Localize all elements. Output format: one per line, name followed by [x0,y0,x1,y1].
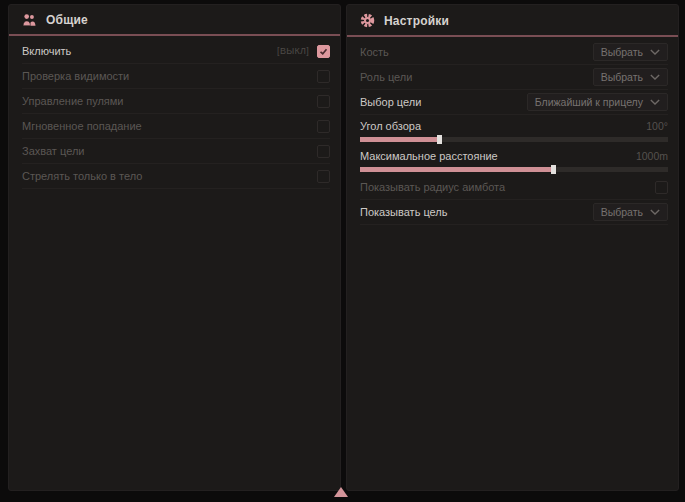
check-icon [319,47,328,56]
show-target-select-value: Выбрать [601,206,643,218]
target-role-label: Роль цели [360,71,412,83]
target-selection-label: Выбор цели [360,96,421,108]
target-lock-label: Захват цели [22,145,84,157]
max-distance-slider-head: Максимальное расстояние 1000m [360,150,668,162]
chevron-down-icon [650,49,660,55]
body-only-checkbox[interactable] [317,170,330,183]
target-role-select-value: Выбрать [601,71,643,83]
instant-hit-checkbox[interactable] [317,120,330,133]
fov-slider-fill [360,137,440,142]
row-enable: Включить [ВЫКЛ] [22,39,330,64]
show-target-select[interactable]: Выбрать [593,203,668,221]
target-selection-select[interactable]: Ближайший к прицелу [527,93,668,111]
enable-hotkey-badge: [ВЫКЛ] [277,46,309,56]
visibility-check-checkbox[interactable] [317,70,330,83]
target-role-select[interactable]: Выбрать [593,68,668,86]
row-body-only: Стрелять только в тело [22,164,330,189]
row-target-selection: Выбор цели Ближайший к прицелу [360,90,668,115]
panel-settings-title: Настройки [384,14,449,28]
bullet-control-checkbox[interactable] [317,95,330,108]
fov-slider[interactable] [360,137,668,142]
instant-hit-label: Мгновенное попадание [22,120,142,132]
max-distance-label: Максимальное расстояние [360,150,498,162]
show-target-label: Показывать цель [360,206,448,218]
row-show-aimbot-radius: Показывать радиус аимбота [360,175,668,200]
bone-label: Кость [360,46,389,58]
row-max-distance: Максимальное расстояние 1000m [360,145,668,172]
visibility-check-label: Проверка видимости [22,70,129,82]
show-aimbot-radius-label: Показывать радиус аимбота [360,181,505,193]
row-bullet-control: Управление пулями [22,89,330,114]
gear-icon [360,13,375,28]
bone-select[interactable]: Выбрать [593,43,668,61]
max-distance-slider[interactable] [360,167,668,172]
fov-label: Угол обзора [360,120,421,132]
target-selection-select-value: Ближайший к прицелу [535,96,643,108]
cursor-triangle [334,487,348,497]
max-distance-slider-fill [360,167,554,172]
row-instant-hit: Мгновенное попадание [22,114,330,139]
show-aimbot-radius-checkbox[interactable] [655,181,668,194]
fov-slider-thumb[interactable] [437,135,442,144]
max-distance-value: 1000m [636,150,668,162]
row-show-target: Показывать цель Выбрать [360,200,668,225]
fov-slider-head: Угол обзора 100° [360,120,668,132]
bullet-control-label: Управление пулями [22,95,124,107]
panel-settings-header: Настройки [347,5,678,37]
bone-select-value: Выбрать [601,46,643,58]
panel-settings: Настройки Кость Выбрать Роль цели Выбрат… [346,4,679,491]
settings-rows: Кость Выбрать Роль цели Выбрать Выбор це… [347,37,678,225]
panel-general-title: Общие [46,13,88,27]
people-icon [22,13,37,27]
enable-label: Включить [22,45,71,57]
chevron-down-icon [650,74,660,80]
chevron-down-icon [650,209,660,215]
body-only-label: Стрелять только в тело [22,170,142,182]
chevron-down-icon [650,99,660,105]
enable-checkbox[interactable] [317,45,330,58]
row-fov: Угол обзора 100° [360,115,668,142]
target-lock-checkbox[interactable] [317,145,330,158]
general-rows: Включить [ВЫКЛ] Проверка видимости Управ… [9,36,340,189]
row-bone: Кость Выбрать [360,40,668,65]
panel-general-header: Общие [9,5,340,36]
panel-general: Общие Включить [ВЫКЛ] Проверка видимости… [8,4,341,491]
max-distance-slider-thumb[interactable] [551,165,556,174]
row-target-role: Роль цели Выбрать [360,65,668,90]
row-target-lock: Захват цели [22,139,330,164]
fov-value: 100° [646,120,668,132]
row-visibility-check: Проверка видимости [22,64,330,89]
